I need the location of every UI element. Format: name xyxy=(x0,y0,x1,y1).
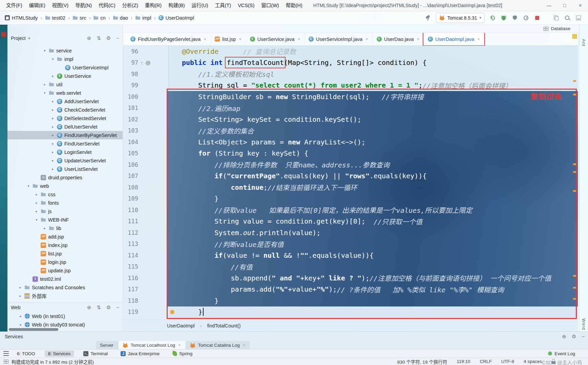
tree-item-scratches-and-consoles[interactable]: ▸Scratches and Consoles xyxy=(7,283,123,292)
database-button[interactable]: Database xyxy=(551,26,570,31)
panel-icon[interactable] xyxy=(575,15,582,21)
gutter-line-103[interactable]: 103 xyxy=(123,127,168,134)
tree-item-druid-properties[interactable]: ≡druid.properties xyxy=(7,173,123,182)
breadcrumb-method[interactable]: findTotalCount() xyxy=(207,323,241,328)
code-text[interactable]: for (String key : keySet) { xyxy=(168,149,578,157)
tree-item-lib[interactable]: ▸lib xyxy=(7,224,123,232)
close-icon[interactable]: × xyxy=(239,37,241,42)
layout-icon[interactable] xyxy=(553,15,560,21)
tree-item-updateuserservlet[interactable]: ▸CUpdateUserServlet xyxy=(7,156,123,165)
code-line-114[interactable]: 114 if(value != null && !"".equals(value… xyxy=(123,250,578,261)
menu-item-vcs-s-[interactable]: VCS(S) xyxy=(234,0,258,11)
close-icon[interactable]: × xyxy=(204,37,206,42)
gear-icon[interactable]: ⚙ xyxy=(106,35,111,41)
tree-item-list-jsp[interactable]: JSPlist.jsp xyxy=(7,249,123,258)
code-line-115[interactable]: 115 //有值 xyxy=(123,261,578,273)
chevron-closed-icon[interactable]: ▸ xyxy=(35,209,39,213)
status-item-4[interactable]: 4 spaces xyxy=(524,359,542,364)
code-text[interactable]: @Override // 查询总记录数 xyxy=(168,46,578,56)
rerun-icon[interactable] xyxy=(489,15,496,21)
chevron-closed-icon[interactable]: ▸ xyxy=(51,125,55,129)
menu-icon[interactable] xyxy=(3,351,9,356)
inspection-indicator-icon[interactable] xyxy=(572,34,577,39)
code-text[interactable]: public int findTotalCount(Map<String, St… xyxy=(168,59,578,67)
code-editor[interactable]: 96@Override // 查询总记录数97↑@public int find… xyxy=(123,46,578,319)
chevron-closed-icon[interactable]: ▸ xyxy=(51,108,55,112)
tool-window-button-spring[interactable]: Spring xyxy=(169,350,196,357)
chevron-closed-icon[interactable]: ▸ xyxy=(51,142,55,145)
breadcrumb-item-cn[interactable]: cn xyxy=(92,15,106,21)
chevron-closed-icon[interactable]: ▸ xyxy=(51,99,55,103)
services-tab-tomcat-catalina-log[interactable]: Tomcat Catalina Log× xyxy=(186,341,250,349)
chevron-closed-icon[interactable]: ▸ xyxy=(51,116,55,120)
tree-item-web[interactable]: ▾web xyxy=(7,182,123,190)
tool-window-button-java-enterprise[interactable]: JJava Enterprise xyxy=(117,350,163,357)
chevron-open-icon[interactable]: ▾ xyxy=(43,49,47,52)
code-text[interactable]: } xyxy=(168,297,578,305)
hide-icon[interactable]: − xyxy=(116,304,119,311)
code-text[interactable]: Set<String> keySet = condition.keySet(); xyxy=(168,115,578,123)
services-tab-server[interactable]: Server xyxy=(96,341,118,349)
tree-item-update-jsp[interactable]: JSPupdate.jsp xyxy=(7,266,123,275)
tree-item-delselectedservlet[interactable]: ▸CDelSelectedServlet xyxy=(7,114,123,122)
chevron-open-icon[interactable]: ▾ xyxy=(35,218,39,222)
code-text[interactable]: StringBuilder sb = new StringBuilder(sql… xyxy=(168,92,578,101)
code-line-102[interactable]: 102 Set<String> keySet = condition.keySe… xyxy=(123,114,578,125)
menu-item-运行-u-[interactable]: 运行(U) xyxy=(188,0,211,11)
gutter-line-96[interactable]: 96 xyxy=(123,48,168,55)
chevron-down-icon[interactable]: ▾ xyxy=(28,36,30,41)
profiler-icon[interactable] xyxy=(523,15,529,21)
project-panel-title[interactable]: Project xyxy=(11,36,26,41)
chevron-closed-icon[interactable]: ▸ xyxy=(19,314,23,318)
menu-item-窗口-w-[interactable]: 窗口(W) xyxy=(258,0,282,11)
run-configuration-selector[interactable]: Tomcat 8.5.31 ▾ xyxy=(436,13,485,23)
menu-item-编辑-e-[interactable]: 编辑(E) xyxy=(26,0,49,11)
code-text[interactable]: if(value != null && !"".equals(value)){ xyxy=(168,251,578,259)
event-log-button[interactable]: Event Log xyxy=(548,351,575,356)
close-icon[interactable]: × xyxy=(417,37,419,42)
code-text[interactable]: //有值 xyxy=(168,262,578,272)
gutter-line-101[interactable]: 101 xyxy=(123,105,168,111)
chevron-closed-icon[interactable]: ▸ xyxy=(43,83,47,86)
chevron-closed-icon[interactable]: ▸ xyxy=(19,323,23,326)
menu-item-视图-v-[interactable]: 视图(V) xyxy=(49,0,72,11)
tree-item-外部库[interactable]: ▸外部库 xyxy=(7,292,123,300)
breadcrumb-item-dao[interactable]: dao xyxy=(112,15,129,21)
code-line-105[interactable]: 105 for (String key : keySet) { xyxy=(123,148,578,159)
code-line-100[interactable]: 100 StringBuilder sb = new StringBuilder… xyxy=(123,91,578,102)
chevron-closed-icon[interactable]: ▸ xyxy=(51,159,55,162)
chevron-closed-icon[interactable]: ▸ xyxy=(51,74,55,78)
tab-userdao-java[interactable]: IUserDao.java× xyxy=(373,33,424,45)
ant-tool-button[interactable]: Ant xyxy=(581,39,586,47)
tab-finduserbypageservlet-java[interactable]: CFindUserByPageServlet.java× xyxy=(126,33,211,45)
close-icon[interactable]: × xyxy=(477,37,480,42)
gutter-line-105[interactable]: 105 xyxy=(123,150,168,157)
status-item-3[interactable]: UTF-8 xyxy=(501,359,514,364)
gutter-line-115[interactable]: 115 xyxy=(123,263,168,270)
services-panel-title[interactable]: Services xyxy=(5,334,23,339)
tree-item-add-jsp[interactable]: JSPadd.jsp xyxy=(7,232,123,241)
menu-item-重构-r-[interactable]: 重构(R) xyxy=(142,0,165,11)
gutter-line-100[interactable]: 100 xyxy=(123,93,168,100)
tree-item-css[interactable]: ▸css xyxy=(7,190,123,199)
breadcrumb-class[interactable]: UserDaoImpl xyxy=(167,323,195,328)
hide-icon[interactable]: − xyxy=(582,334,585,340)
updown-icon[interactable]: ⇅ xyxy=(97,304,101,311)
chevron-closed-icon[interactable]: ▸ xyxy=(35,192,39,196)
code-text[interactable]: //判断value是否有值 xyxy=(168,239,578,249)
hammer-icon[interactable] xyxy=(425,15,432,21)
chevron-closed-icon[interactable]: ▸ xyxy=(18,286,22,289)
chevron-open-icon[interactable]: ▾ xyxy=(43,91,47,95)
chevron-closed-icon[interactable]: ▸ xyxy=(51,150,55,154)
code-line-106[interactable]: 106 //排除分页条件参数 只要name、address...参数查询 xyxy=(123,159,578,170)
updown-icon[interactable]: ⇅ xyxy=(97,35,101,41)
gutter-line-116[interactable]: 116 xyxy=(123,275,168,281)
locate-icon[interactable]: ⊕ xyxy=(87,35,91,41)
gutter-line-108[interactable]: 108 xyxy=(123,184,168,191)
code-text[interactable]: //排除分页条件参数 只要name、address...参数查询 xyxy=(168,160,578,169)
code-line-118[interactable]: 118 } xyxy=(123,295,578,306)
code-line-113[interactable]: 113 //判断value是否有值 xyxy=(123,238,578,250)
gutter-line-117[interactable]: 117 xyxy=(123,286,168,293)
project-tool-icon[interactable] xyxy=(1,32,6,37)
hide-icon[interactable]: − xyxy=(116,35,119,41)
